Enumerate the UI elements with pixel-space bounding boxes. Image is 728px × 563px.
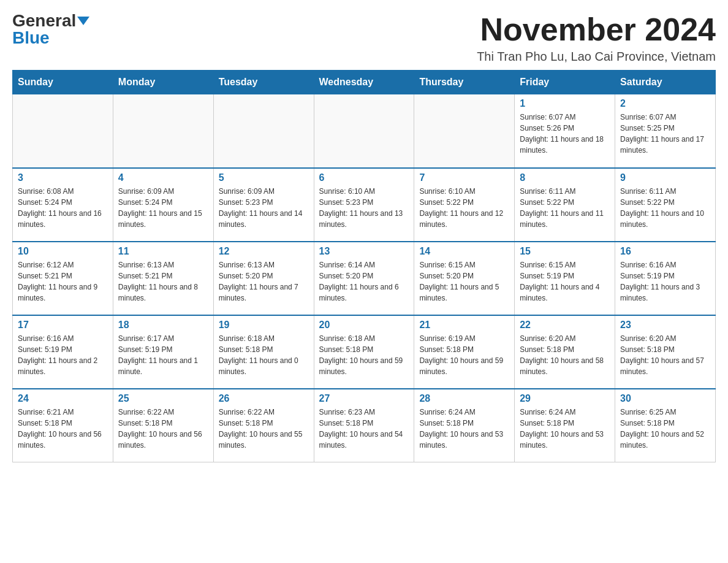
day-info: Sunrise: 6:17 AM Sunset: 5:19 PM Dayligh… <box>118 333 208 377</box>
day-info: Sunrise: 6:11 AM Sunset: 5:22 PM Dayligh… <box>520 186 610 230</box>
calendar-cell <box>113 94 213 168</box>
day-number: 6 <box>319 172 409 183</box>
day-info: Sunrise: 6:24 AM Sunset: 5:18 PM Dayligh… <box>419 407 509 451</box>
calendar-cell: 25Sunrise: 6:22 AM Sunset: 5:18 PM Dayli… <box>113 389 213 462</box>
calendar-cell: 16Sunrise: 6:16 AM Sunset: 5:19 PM Dayli… <box>615 242 716 315</box>
calendar-cell: 22Sunrise: 6:20 AM Sunset: 5:18 PM Dayli… <box>515 315 615 389</box>
day-info: Sunrise: 6:10 AM Sunset: 5:22 PM Dayligh… <box>419 186 509 230</box>
calendar-cell: 7Sunrise: 6:10 AM Sunset: 5:22 PM Daylig… <box>414 168 515 242</box>
calendar-cell: 18Sunrise: 6:17 AM Sunset: 5:19 PM Dayli… <box>113 315 213 389</box>
calendar-week-row: 24Sunrise: 6:21 AM Sunset: 5:18 PM Dayli… <box>13 389 716 462</box>
calendar-cell: 11Sunrise: 6:13 AM Sunset: 5:21 PM Dayli… <box>113 242 213 315</box>
day-info: Sunrise: 6:08 AM Sunset: 5:24 PM Dayligh… <box>18 186 108 230</box>
calendar-cell: 15Sunrise: 6:15 AM Sunset: 5:19 PM Dayli… <box>515 242 615 315</box>
day-number: 17 <box>18 320 108 331</box>
calendar-cell: 5Sunrise: 6:09 AM Sunset: 5:23 PM Daylig… <box>213 168 314 242</box>
calendar-cell: 20Sunrise: 6:18 AM Sunset: 5:18 PM Dayli… <box>314 315 414 389</box>
weekday-header-tuesday: Tuesday <box>213 71 314 94</box>
calendar-cell: 1Sunrise: 6:07 AM Sunset: 5:26 PM Daylig… <box>515 94 615 168</box>
calendar-cell: 23Sunrise: 6:20 AM Sunset: 5:18 PM Dayli… <box>615 315 716 389</box>
calendar-cell: 2Sunrise: 6:07 AM Sunset: 5:25 PM Daylig… <box>615 94 716 168</box>
weekday-header-monday: Monday <box>113 71 213 94</box>
day-number: 7 <box>419 172 509 183</box>
title-block: November 2024 Thi Tran Pho Lu, Lao Cai P… <box>477 12 716 64</box>
location-text: Thi Tran Pho Lu, Lao Cai Province, Vietn… <box>477 50 716 64</box>
day-info: Sunrise: 6:20 AM Sunset: 5:18 PM Dayligh… <box>620 333 710 377</box>
weekday-header-wednesday: Wednesday <box>314 71 414 94</box>
calendar-cell <box>13 94 113 168</box>
day-info: Sunrise: 6:24 AM Sunset: 5:18 PM Dayligh… <box>520 407 610 451</box>
day-info: Sunrise: 6:23 AM Sunset: 5:18 PM Dayligh… <box>319 407 409 451</box>
day-info: Sunrise: 6:20 AM Sunset: 5:18 PM Dayligh… <box>520 333 610 377</box>
day-number: 11 <box>118 246 208 257</box>
day-info: Sunrise: 6:16 AM Sunset: 5:19 PM Dayligh… <box>18 333 108 377</box>
day-number: 21 <box>419 320 509 331</box>
calendar-cell: 26Sunrise: 6:22 AM Sunset: 5:18 PM Dayli… <box>213 389 314 462</box>
weekday-header-sunday: Sunday <box>13 71 113 94</box>
calendar-cell <box>414 94 515 168</box>
day-number: 3 <box>18 172 108 183</box>
day-number: 27 <box>319 393 409 404</box>
day-info: Sunrise: 6:12 AM Sunset: 5:21 PM Dayligh… <box>18 259 108 304</box>
calendar-cell: 14Sunrise: 6:15 AM Sunset: 5:20 PM Dayli… <box>414 242 515 315</box>
calendar-week-row: 17Sunrise: 6:16 AM Sunset: 5:19 PM Dayli… <box>13 315 716 389</box>
day-info: Sunrise: 6:19 AM Sunset: 5:18 PM Dayligh… <box>419 333 509 377</box>
day-number: 19 <box>219 320 309 331</box>
day-number: 18 <box>118 320 208 331</box>
day-info: Sunrise: 6:09 AM Sunset: 5:23 PM Dayligh… <box>219 186 309 230</box>
day-number: 16 <box>620 246 710 257</box>
calendar-cell: 19Sunrise: 6:18 AM Sunset: 5:18 PM Dayli… <box>213 315 314 389</box>
day-number: 15 <box>520 246 610 257</box>
day-number: 9 <box>620 172 710 183</box>
day-info: Sunrise: 6:09 AM Sunset: 5:24 PM Dayligh… <box>118 186 208 230</box>
day-info: Sunrise: 6:15 AM Sunset: 5:20 PM Dayligh… <box>419 259 509 304</box>
day-info: Sunrise: 6:22 AM Sunset: 5:18 PM Dayligh… <box>118 407 208 451</box>
day-info: Sunrise: 6:15 AM Sunset: 5:19 PM Dayligh… <box>520 259 610 304</box>
day-number: 23 <box>620 320 710 331</box>
day-number: 26 <box>219 393 309 404</box>
day-number: 10 <box>18 246 108 257</box>
calendar-cell: 9Sunrise: 6:11 AM Sunset: 5:22 PM Daylig… <box>615 168 716 242</box>
calendar-cell: 17Sunrise: 6:16 AM Sunset: 5:19 PM Dayli… <box>13 315 113 389</box>
calendar-cell <box>314 94 414 168</box>
day-number: 4 <box>118 172 208 183</box>
weekday-header-saturday: Saturday <box>615 71 716 94</box>
logo-general-text: General <box>12 12 76 29</box>
weekday-header-thursday: Thursday <box>414 71 515 94</box>
day-number: 30 <box>620 393 710 404</box>
calendar-week-row: 3Sunrise: 6:08 AM Sunset: 5:24 PM Daylig… <box>13 168 716 242</box>
calendar-cell: 21Sunrise: 6:19 AM Sunset: 5:18 PM Dayli… <box>414 315 515 389</box>
calendar-cell: 28Sunrise: 6:24 AM Sunset: 5:18 PM Dayli… <box>414 389 515 462</box>
day-number: 22 <box>520 320 610 331</box>
day-info: Sunrise: 6:07 AM Sunset: 5:26 PM Dayligh… <box>520 112 610 156</box>
day-number: 29 <box>520 393 610 404</box>
day-number: 1 <box>520 98 610 109</box>
day-info: Sunrise: 6:16 AM Sunset: 5:19 PM Dayligh… <box>620 259 710 304</box>
day-number: 28 <box>419 393 509 404</box>
calendar-week-row: 1Sunrise: 6:07 AM Sunset: 5:26 PM Daylig… <box>13 94 716 168</box>
weekday-header-friday: Friday <box>515 71 615 94</box>
day-info: Sunrise: 6:18 AM Sunset: 5:18 PM Dayligh… <box>219 333 309 377</box>
day-info: Sunrise: 6:13 AM Sunset: 5:21 PM Dayligh… <box>118 259 208 304</box>
day-number: 25 <box>118 393 208 404</box>
day-info: Sunrise: 6:13 AM Sunset: 5:20 PM Dayligh… <box>219 259 309 304</box>
calendar-cell: 6Sunrise: 6:10 AM Sunset: 5:23 PM Daylig… <box>314 168 414 242</box>
page-header: General Blue November 2024 Thi Tran Pho … <box>12 12 716 64</box>
calendar-cell: 3Sunrise: 6:08 AM Sunset: 5:24 PM Daylig… <box>13 168 113 242</box>
day-info: Sunrise: 6:25 AM Sunset: 5:18 PM Dayligh… <box>620 407 710 451</box>
day-info: Sunrise: 6:07 AM Sunset: 5:25 PM Dayligh… <box>620 112 710 156</box>
calendar-cell <box>213 94 314 168</box>
day-number: 24 <box>18 393 108 404</box>
day-number: 20 <box>319 320 409 331</box>
calendar-header-row: SundayMondayTuesdayWednesdayThursdayFrid… <box>13 71 716 94</box>
day-info: Sunrise: 6:14 AM Sunset: 5:20 PM Dayligh… <box>319 259 409 304</box>
day-number: 8 <box>520 172 610 183</box>
calendar-cell: 24Sunrise: 6:21 AM Sunset: 5:18 PM Dayli… <box>13 389 113 462</box>
calendar-cell: 27Sunrise: 6:23 AM Sunset: 5:18 PM Dayli… <box>314 389 414 462</box>
day-number: 12 <box>219 246 309 257</box>
calendar-cell: 30Sunrise: 6:25 AM Sunset: 5:18 PM Dayli… <box>615 389 716 462</box>
day-number: 2 <box>620 98 710 109</box>
logo-blue-text: Blue <box>12 29 50 47</box>
day-number: 13 <box>319 246 409 257</box>
calendar-cell: 4Sunrise: 6:09 AM Sunset: 5:24 PM Daylig… <box>113 168 213 242</box>
